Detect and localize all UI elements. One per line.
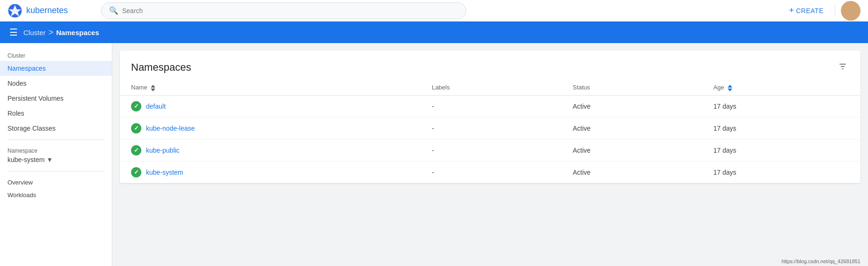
status-ok-icon xyxy=(131,167,141,177)
table-row: kube-public - Active 17 days xyxy=(120,139,861,161)
cell-status: Active xyxy=(562,95,702,117)
namespace-value: kube-system xyxy=(7,156,44,163)
main-layout: Cluster Namespaces Nodes Persistent Volu… xyxy=(0,43,868,266)
sidebar-item-label: Namespaces xyxy=(7,65,46,72)
breadcrumb-cluster[interactable]: Cluster xyxy=(23,29,46,37)
status-ok-icon xyxy=(131,101,141,111)
overview-label[interactable]: Overview xyxy=(0,175,112,188)
cell-status: Active xyxy=(562,161,702,183)
content-area: Namespaces Name xyxy=(112,43,868,266)
sidebar-item-label: Nodes xyxy=(7,80,26,87)
cell-labels: - xyxy=(421,117,562,139)
cell-labels: - xyxy=(421,95,562,117)
logo-text: kubernetes xyxy=(26,6,68,15)
create-label: CREATE xyxy=(796,7,824,15)
workloads-label[interactable]: Workloads xyxy=(0,188,112,200)
namespace-link[interactable]: default xyxy=(146,103,166,110)
status-ok-icon xyxy=(131,145,141,155)
sort-name-icon xyxy=(151,85,155,91)
sidebar-item-nodes[interactable]: Nodes xyxy=(0,76,112,91)
cell-status: Active xyxy=(562,139,702,161)
svg-marker-8 xyxy=(728,89,732,91)
sidebar-item-label: Persistent Volumes xyxy=(7,95,64,102)
chevron-down-icon: ▼ xyxy=(46,156,53,163)
k8s-logo-icon xyxy=(7,3,22,18)
cell-name: kube-system xyxy=(120,161,421,183)
col-labels: Labels xyxy=(421,80,562,95)
search-input[interactable] xyxy=(122,7,458,15)
logo: kubernetes xyxy=(7,3,101,18)
col-age[interactable]: Age xyxy=(702,80,861,95)
status-url: https://blog.csdn.net/qq_42681851 xyxy=(781,259,861,264)
col-status: Status xyxy=(562,80,702,95)
breadcrumb-bar: ☰ Cluster > Namespaces xyxy=(0,22,868,43)
hamburger-button[interactable]: ☰ xyxy=(7,25,20,40)
page-title: Namespaces xyxy=(131,61,191,74)
col-name[interactable]: Name xyxy=(120,80,421,95)
namespace-label: Namespace xyxy=(7,148,104,154)
sidebar-item-namespaces[interactable]: Namespaces xyxy=(0,61,112,76)
breadcrumb: Cluster > Namespaces xyxy=(23,28,99,37)
sidebar-item-label: Storage Classes xyxy=(7,125,56,132)
namespace-link[interactable]: kube-system xyxy=(146,169,183,176)
table-header-row: Name Labels Status Age xyxy=(120,80,861,95)
namespace-link[interactable]: kube-public xyxy=(146,147,180,154)
search-box[interactable]: 🔍 xyxy=(101,2,466,19)
sidebar-divider xyxy=(7,140,104,140)
sidebar-item-persistent-volumes[interactable]: Persistent Volumes xyxy=(0,91,112,106)
plus-icon: + xyxy=(789,6,794,15)
namespaces-card: Namespaces Name xyxy=(120,51,861,183)
cluster-section-title: Cluster xyxy=(0,49,112,61)
table-row: kube-node-lease - Active 17 days xyxy=(120,117,861,139)
svg-marker-6 xyxy=(151,89,155,91)
create-button[interactable]: + CREATE xyxy=(783,2,829,19)
cell-status: Active xyxy=(562,117,702,139)
topbar-divider xyxy=(835,5,835,16)
namespaces-table: Name Labels Status Age xyxy=(120,80,861,183)
status-bar: https://blog.csdn.net/qq_42681851 xyxy=(774,257,868,266)
sidebar-item-roles[interactable]: Roles xyxy=(0,106,112,121)
cell-age: 17 days xyxy=(702,139,861,161)
filter-icon xyxy=(838,62,847,71)
status-ok-icon xyxy=(131,123,141,133)
cell-labels: - xyxy=(421,139,562,161)
sidebar: Cluster Namespaces Nodes Persistent Volu… xyxy=(0,43,112,266)
cell-age: 17 days xyxy=(702,161,861,183)
breadcrumb-separator: > xyxy=(49,28,54,37)
user-avatar[interactable] xyxy=(841,1,861,21)
cell-labels: - xyxy=(421,161,562,183)
namespace-section: Namespace kube-system ▼ xyxy=(0,144,112,167)
sidebar-item-label: Roles xyxy=(7,110,24,117)
svg-marker-5 xyxy=(151,85,155,88)
cell-age: 17 days xyxy=(702,95,861,117)
topbar-right: + CREATE xyxy=(783,1,861,21)
sort-age-icon xyxy=(728,85,732,91)
cell-name: kube-public xyxy=(120,139,421,161)
cell-name: kube-node-lease xyxy=(120,117,421,139)
namespace-link[interactable]: kube-node-lease xyxy=(146,125,195,132)
namespace-selector[interactable]: kube-system ▼ xyxy=(7,156,104,163)
table-row: default - Active 17 days xyxy=(120,95,861,117)
table-row: kube-system - Active 17 days xyxy=(120,161,861,183)
filter-button[interactable] xyxy=(836,60,849,74)
content-header: Namespaces xyxy=(120,51,861,80)
cell-name: default xyxy=(120,95,421,117)
topbar: kubernetes 🔍 + CREATE xyxy=(0,0,868,22)
search-icon: 🔍 xyxy=(109,6,118,15)
cell-age: 17 days xyxy=(702,117,861,139)
breadcrumb-current: Namespaces xyxy=(56,29,99,37)
svg-marker-7 xyxy=(728,85,732,88)
sidebar-item-storage-classes[interactable]: Storage Classes xyxy=(0,121,112,136)
sidebar-divider-2 xyxy=(7,171,104,171)
